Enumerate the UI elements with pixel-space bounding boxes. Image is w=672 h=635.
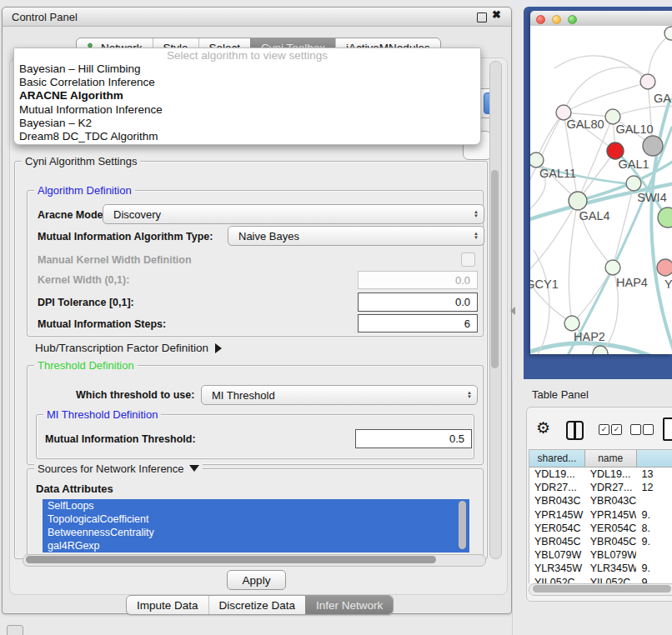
network-node-swi4[interactable] [626, 176, 641, 191]
table-row[interactable]: YDL19...YDL19...13 [529, 468, 672, 481]
dropdown-items: Bayesian – Hill ClimbingBasic Correlatio… [14, 62, 480, 143]
table-cell: YDL19... [585, 468, 637, 481]
table-row[interactable]: YBL079WYBL079W [529, 548, 672, 562]
scrollbar-thumb[interactable] [533, 585, 671, 592]
attribute-item-selfloops[interactable]: SelfLoops [43, 499, 469, 512]
dropdown-item-aracne-algorithm[interactable]: ARACNE Algorithm [14, 89, 480, 102]
float-window-icon[interactable] [477, 12, 487, 22]
network-window[interactable]: GALGAL80GAL10GAL1GAL11SWI4GAL4GCY1HAP4YH… [530, 11, 672, 354]
network-window-titlebar[interactable] [530, 11, 672, 27]
settings-horizontal-scrollbar[interactable] [23, 554, 486, 567]
zoom-traffic-light-icon[interactable] [568, 15, 577, 24]
minimize-traffic-light-icon[interactable] [552, 15, 561, 24]
mi-threshold-field[interactable] [355, 429, 472, 448]
network-node-gray-node[interactable] [643, 136, 663, 156]
manual-kernel-checkbox[interactable] [461, 252, 475, 267]
network-node-salmon-cut[interactable] [657, 259, 672, 276]
panel-resize-arrow-icon[interactable] [510, 307, 515, 315]
dropdown-item-dream8-dc-tdc-algorithm[interactable]: Dream8 DC_TDC Algorithm [14, 130, 480, 143]
gear-icon[interactable]: ⚙ [536, 420, 550, 436]
table-row[interactable]: YBR045CYBR045C9. [529, 535, 672, 548]
sources-legend[interactable]: Sources for Network Inference [34, 462, 203, 475]
bottom-tab-impute-data[interactable]: Impute Data [127, 596, 208, 614]
table-row[interactable]: YDR27...YDR27...12 [529, 481, 672, 494]
network-node-gal4[interactable] [569, 192, 587, 210]
table-cell: YER054C [529, 522, 585, 535]
network-nodes: GALGAL80GAL10GAL1GAL11SWI4GAL4GCY1HAP4YH… [530, 27, 672, 354]
kernel-width-field[interactable] [358, 271, 478, 289]
network-canvas-area[interactable]: GALGAL80GAL10GAL1GAL11SWI4GAL4GCY1HAP4YH… [530, 26, 672, 354]
table-row[interactable]: YBR043CYBR043C [529, 494, 672, 508]
table-cell: YLR345W [529, 562, 585, 575]
network-node-gal11[interactable] [530, 152, 544, 168]
mi-steps-field[interactable] [358, 314, 478, 332]
network-node-hap2[interactable] [564, 316, 579, 331]
column-header-extra[interactable] [637, 450, 672, 467]
table-panel-box: ⚙ ✓ ✓ shared...nameYDL19...YDL19...13YDR… [526, 407, 672, 602]
network-node-gal-cut[interactable] [640, 74, 655, 89]
apply-button[interactable]: Apply [227, 570, 286, 590]
node-label-gal11: GAL11 [539, 167, 576, 180]
algorithm-definition-legend: Algorithm Definition [34, 184, 135, 197]
control-panel-titlebar[interactable]: Control Panel ✖ [3, 8, 511, 27]
network-view-container: GALGAL80GAL10GAL1GAL11SWI4GAL4GCY1HAP4YH… [524, 7, 672, 379]
table-cell: YIL052C [529, 576, 585, 584]
table-cell: YPR145W [529, 508, 585, 522]
node-label-hap2: HAP2 [574, 330, 605, 343]
top-strip [510, 0, 672, 7]
split-columns-icon[interactable] [566, 421, 584, 440]
close-icon[interactable]: ✖ [492, 8, 501, 21]
node-label-swi4: SWI4 [637, 191, 666, 204]
dpi-tolerance-field[interactable] [358, 292, 478, 312]
network-node-green-big[interactable] [658, 208, 672, 228]
bottom-tab-infer-network[interactable]: Infer Network [305, 596, 393, 614]
node-table[interactable]: shared...nameYDL19...YDL19...13YDR27...Y… [529, 449, 672, 583]
dropdown-item-mutual-information-inference[interactable]: Mutual Information Inference [14, 103, 480, 117]
unchecked-box-icon[interactable] [643, 424, 654, 435]
table-cell [636, 548, 672, 562]
table-cell: YDL19... [529, 468, 585, 481]
data-attributes-list[interactable]: SelfLoopsTopologicalCoefficientBetweenne… [43, 499, 469, 552]
checked-box-icon[interactable]: ✓ [611, 424, 622, 435]
cyni-algorithm-settings-group: Cyni Algorithm Settings Algorithm Defini… [14, 161, 488, 559]
hub-transcription-section[interactable]: Hub/Transcription Factor Definition [35, 342, 222, 354]
column-header-name[interactable]: name [585, 450, 637, 467]
scrollbar-thumb[interactable] [491, 170, 499, 368]
file-icon[interactable] [663, 418, 672, 441]
which-threshold-select[interactable]: MI Threshold ▲▼ [201, 385, 478, 405]
table-cell: YBR043C [529, 494, 585, 508]
manual-kernel-label: Manual Kernel Width Definition [38, 254, 192, 266]
network-node-hap4[interactable] [605, 260, 620, 275]
network-node-partial-top[interactable] [664, 27, 672, 40]
collapse-down-icon[interactable] [189, 465, 199, 472]
table-row[interactable]: YER054CYER054C8. [529, 522, 672, 535]
aracne-mode-select[interactable]: Discovery ▲▼ [103, 204, 484, 224]
table-row[interactable]: YIL052CYIL052C9. [529, 576, 672, 584]
node-label-gal1: GAL1 [618, 158, 649, 171]
dropdown-item-bayesian-hill-climbing[interactable]: Bayesian – Hill Climbing [14, 62, 480, 76]
table-row[interactable]: YLR345WYLR345W9. [529, 562, 672, 575]
table-horizontal-scrollbar[interactable] [529, 583, 672, 596]
column-header-shared...[interactable]: shared... [529, 450, 585, 467]
settings-vertical-scrollbar[interactable] [489, 61, 502, 559]
sources-group: Sources for Network Inference Data Attri… [27, 468, 484, 557]
dropdown-item-basic-correlation-inference[interactable]: Basic Correlation Inference [14, 76, 480, 89]
sources-legend-label: Sources for Network Inference [38, 462, 184, 475]
checked-box-icon[interactable]: ✓ [599, 424, 609, 435]
scrollbar-thumb[interactable] [26, 556, 436, 563]
bottom-tab-discretize-data[interactable]: Discretize Data [208, 596, 306, 614]
collapse-right-icon[interactable] [215, 343, 222, 353]
dropdown-item-bayesian-k2[interactable]: Bayesian – K2 [14, 117, 480, 130]
close-traffic-light-icon[interactable] [536, 15, 545, 24]
unchecked-box-icon[interactable] [630, 424, 641, 435]
table-row[interactable]: YPR145WYPR145W9. [529, 508, 672, 522]
attribute-item-gal4rgexp[interactable]: gal4RGexp [43, 539, 469, 552]
minimized-panel-icon[interactable] [7, 625, 23, 635]
network-node-gal1[interactable] [607, 142, 624, 159]
node-label-hap4: HAP4 [616, 276, 648, 289]
attribute-item-betweennesscentrality[interactable]: BetweennessCentrality [43, 526, 469, 539]
list-scrollbar-thumb[interactable] [459, 501, 466, 549]
kernel-width-label: Kernel Width (0,1): [38, 274, 129, 286]
mi-type-select[interactable]: Naive Bayes ▲▼ [228, 226, 484, 246]
attribute-item-topologicalcoefficient[interactable]: TopologicalCoefficient [43, 512, 469, 526]
